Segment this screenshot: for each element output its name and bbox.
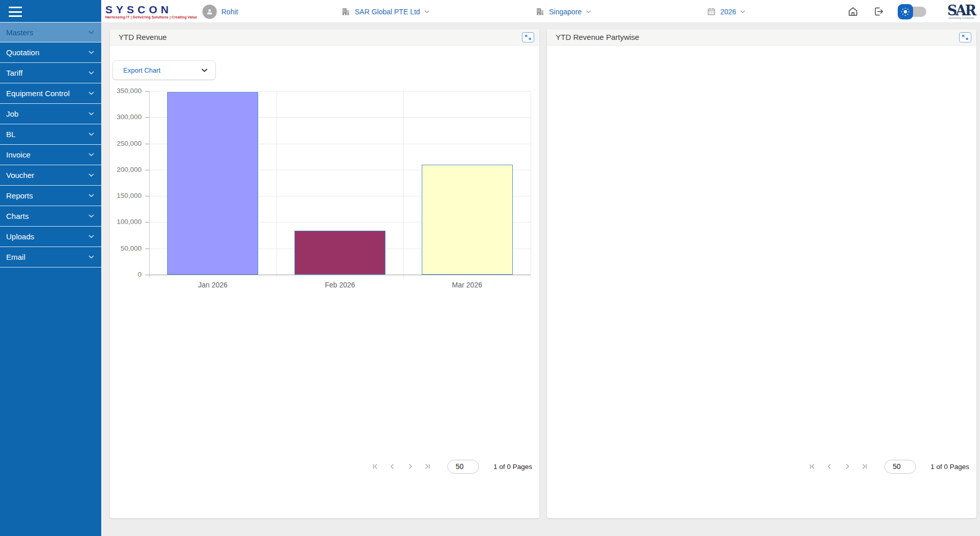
sidebar-item-label: Voucher — [6, 171, 34, 180]
home-button[interactable] — [848, 6, 858, 17]
first-page-button[interactable] — [370, 461, 381, 472]
building-icon — [536, 7, 544, 16]
company-selector[interactable]: SAR Global PTE Ltd — [341, 0, 429, 23]
y-tick-mark — [145, 170, 149, 170]
chevron-down-icon — [740, 10, 745, 13]
pages-label: 1 of 0 Pages — [493, 463, 532, 471]
sidebar-item-voucher[interactable]: Voucher — [0, 165, 101, 186]
chevron-down-icon — [88, 71, 94, 75]
sidebar-item-invoice[interactable]: Invoice — [0, 145, 101, 165]
y-axis-tick-label: 300,000 — [106, 113, 142, 121]
chevron-down-icon — [201, 69, 208, 72]
pagination: 1 of 0 Pages — [807, 459, 969, 474]
sidebar-item-uploads[interactable]: Uploads — [0, 227, 101, 247]
sidebar-item-reports[interactable]: Reports — [0, 186, 101, 206]
sidebar-item-label: Tariff — [6, 69, 22, 77]
y-axis-tick-label: 0 — [106, 271, 142, 278]
y-gridline — [149, 91, 531, 92]
sidebar-item-label: Quotation — [6, 48, 39, 57]
pagination: 1 of 0 Pages — [370, 459, 532, 474]
panel-title: YTD Revenue — [119, 33, 167, 41]
sidebar-item-label: Job — [6, 109, 18, 118]
sidebar-item-label: Equipment Control — [6, 89, 70, 98]
sidebar-item-label: Charts — [6, 212, 29, 220]
chevron-down-icon — [424, 10, 429, 13]
x-gridline — [403, 91, 404, 278]
bar-feb-2026[interactable] — [294, 231, 385, 275]
chevron-down-icon — [88, 153, 94, 157]
x-axis-label: Jan 2026 — [149, 281, 277, 289]
sar-logo-tagline: Connecting Continents — [948, 17, 974, 19]
chevron-down-icon — [88, 173, 94, 177]
sidebar-item-label: Reports — [6, 191, 33, 200]
y-tick-mark — [145, 249, 149, 249]
sidebar-item-job[interactable]: Job — [0, 104, 101, 124]
sidebar-item-label: Email — [6, 253, 26, 261]
sidebar-item-label: BL — [6, 130, 15, 139]
sidebar-item-bl[interactable]: BL — [0, 124, 101, 145]
y-axis-tick-label: 100,000 — [106, 218, 142, 226]
prev-page-button[interactable] — [824, 461, 835, 472]
user-avatar — [202, 5, 217, 19]
calendar-icon — [707, 7, 716, 16]
x-axis-label: Feb 2026 — [277, 281, 404, 289]
sidebar-item-tariff[interactable]: Tariff — [0, 63, 101, 83]
page-size-input[interactable] — [884, 460, 916, 474]
sidebar: MastersQuotationTariffEquipment ControlJ… — [0, 0, 101, 536]
sidebar-item-label: Masters — [6, 28, 33, 37]
page-size-input[interactable] — [447, 460, 479, 474]
app-header: SYSCON Harnessing IT | Delivering Soluti… — [101, 0, 980, 23]
panel-title: YTD Revenue Partywise — [556, 33, 639, 41]
sar-logo-text: SAR — [947, 4, 975, 17]
logout-button[interactable] — [873, 6, 884, 17]
person-icon — [206, 8, 214, 16]
branch-selector[interactable]: Singapore — [536, 0, 591, 23]
pages-label: 1 of 0 Pages — [930, 463, 969, 471]
sidebar-item-label: Uploads — [6, 232, 34, 241]
home-icon — [848, 6, 858, 17]
x-axis-line — [145, 275, 531, 275]
y-axis-tick-label: 50,000 — [106, 244, 142, 252]
export-chart-label: Export Chart — [123, 66, 161, 74]
year-selector[interactable]: 2026 — [707, 0, 745, 23]
sar-logo: SAR Connecting Continents — [946, 0, 976, 23]
hamburger-menu-icon[interactable] — [9, 7, 22, 17]
x-axis-label: Mar 2026 — [403, 281, 531, 289]
sidebar-item-charts[interactable]: Charts — [0, 206, 101, 227]
bar-jan-2026[interactable] — [167, 92, 258, 275]
fullscreen-button[interactable] — [959, 32, 971, 42]
panel-header: YTD Revenue Partywise — [547, 29, 976, 46]
y-tick-mark — [145, 91, 149, 92]
sidebar-item-equipment-control[interactable]: Equipment Control — [0, 83, 101, 104]
user-menu[interactable]: Rohit — [202, 0, 238, 23]
y-tick-mark — [145, 117, 149, 118]
fullscreen-button[interactable] — [522, 32, 534, 42]
x-gridline — [277, 91, 277, 278]
theme-toggle[interactable] — [898, 4, 927, 19]
last-page-button[interactable] — [859, 461, 870, 472]
y-axis-tick-label: 350,000 — [106, 87, 142, 95]
user-name: Rohit — [221, 8, 238, 16]
y-tick-mark — [145, 275, 149, 275]
next-page-button[interactable] — [841, 461, 853, 472]
sidebar-item-email[interactable]: Email — [0, 247, 101, 267]
y-axis-tick-label: 250,000 — [106, 140, 142, 147]
next-page-button[interactable] — [404, 461, 416, 472]
sidebar-item-quotation[interactable]: Quotation — [0, 42, 101, 63]
chevron-down-icon — [88, 235, 94, 238]
panel-header: YTD Revenue — [110, 29, 539, 46]
syscon-logo-text: SYSCON — [105, 5, 172, 15]
prev-page-button[interactable] — [387, 461, 398, 472]
y-axis-tick-label: 200,000 — [106, 166, 142, 173]
y-tick-mark — [145, 196, 149, 196]
sidebar-item-masters[interactable]: Masters — [0, 22, 101, 42]
chevron-down-icon — [88, 255, 94, 259]
chevron-down-icon — [88, 31, 94, 34]
bar-mar-2026[interactable] — [422, 165, 513, 275]
last-page-button[interactable] — [422, 461, 433, 472]
ytd-revenue-partywise-panel: YTD Revenue Partywise 1 of 0 Pages — [547, 29, 976, 518]
first-page-button[interactable] — [807, 461, 818, 472]
chevron-down-icon — [88, 194, 94, 197]
export-chart-button[interactable]: Export Chart — [112, 60, 216, 80]
sidebar-nav: MastersQuotationTariffEquipment ControlJ… — [0, 22, 101, 267]
